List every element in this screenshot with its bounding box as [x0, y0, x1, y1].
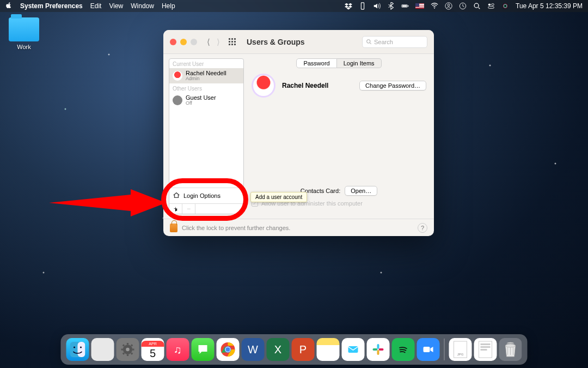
dock-launchpad[interactable] [91, 338, 114, 361]
dock-notes[interactable] [317, 338, 340, 361]
folder-icon [9, 17, 39, 41]
menu-edit[interactable]: Edit [90, 2, 102, 10]
zoom-button[interactable] [191, 39, 197, 45]
traffic-lights [170, 39, 197, 45]
svg-point-27 [226, 347, 230, 352]
dock-spotify[interactable] [392, 338, 415, 361]
dock-word[interactable]: W [242, 338, 265, 361]
dock-messages[interactable] [192, 338, 215, 361]
window-titlebar[interactable]: ⟨ ⟩ Users & Groups Search [163, 30, 434, 54]
annotation-arrow [49, 189, 169, 224]
user-icon[interactable] [445, 2, 452, 10]
svg-rect-11 [488, 7, 494, 9]
svg-point-20 [80, 347, 82, 348]
forward-button: ⟩ [217, 37, 220, 47]
app-name[interactable]: System Preferences [20, 2, 83, 10]
svg-point-4 [434, 8, 435, 9]
svg-rect-10 [492, 4, 494, 6]
sidebar-current-user[interactable]: Rachel NeedellAdmin [169, 68, 243, 83]
spotlight-icon[interactable] [473, 2, 481, 10]
siri-icon[interactable] [501, 2, 509, 10]
control-center-icon[interactable] [487, 2, 495, 10]
users-groups-window: ⟨ ⟩ Users & Groups Search Current User R… [163, 30, 434, 236]
sidebar-current-header: Current User [169, 59, 243, 68]
clock-icon[interactable] [459, 2, 467, 10]
dock-recent-doc1[interactable]: JPG [449, 338, 472, 361]
user-role: Admin [186, 76, 226, 82]
tab-login-items[interactable]: Login Items [337, 58, 382, 68]
username-label: Rachel Needell [282, 82, 328, 89]
dock-mail[interactable] [342, 338, 365, 361]
svg-point-41 [506, 344, 516, 347]
dock-slack[interactable] [367, 338, 390, 361]
back-button[interactable]: ⟨ [207, 37, 210, 47]
svg-rect-40 [481, 349, 487, 351]
tooltip-add-user: Add a user account [250, 192, 307, 202]
nav-arrows: ⟨ ⟩ [207, 37, 220, 47]
svg-point-15 [367, 40, 370, 43]
dock-excel[interactable]: X [267, 338, 290, 361]
user-role: Off [186, 101, 216, 106]
menubar-clock[interactable]: Tue Apr 5 12:35:39 PM [516, 2, 583, 10]
sidebar-guest-user[interactable]: Guest UserOff [169, 93, 243, 108]
menu-window[interactable]: Window [131, 2, 154, 10]
dock-calendar[interactable]: APR5 [142, 338, 164, 361]
change-password-button[interactable]: Change Password… [359, 81, 426, 91]
add-user-button[interactable]: + [169, 204, 182, 214]
help-button[interactable]: ? [418, 223, 427, 233]
apple-menu-icon[interactable] [5, 2, 13, 10]
search-placeholder: Search [374, 39, 393, 45]
avatar-icon [173, 95, 182, 105]
battery-icon[interactable] [401, 2, 409, 10]
device-icon[interactable] [359, 2, 366, 10]
add-remove-row: + − [169, 203, 243, 214]
dock-recent-doc2[interactable] [474, 338, 497, 361]
open-contacts-button[interactable]: Open… [345, 186, 377, 196]
wifi-icon[interactable] [431, 2, 438, 10]
user-avatar[interactable] [252, 74, 275, 98]
svg-rect-34 [424, 347, 430, 352]
svg-rect-3 [408, 5, 408, 7]
svg-rect-9 [488, 4, 491, 6]
tabs: Password Login Items [252, 58, 426, 68]
dock-zoom[interactable] [417, 338, 440, 361]
dock-chrome[interactable] [217, 338, 240, 361]
tab-password[interactable]: Password [296, 58, 336, 68]
svg-rect-18 [78, 342, 85, 357]
login-options-label: Login Options [183, 192, 220, 199]
minimize-button[interactable] [180, 39, 187, 45]
main-panel: Password Login Items Rachel Needell Chan… [244, 54, 434, 219]
volume-icon[interactable] [373, 2, 381, 10]
show-all-prefs-icon[interactable] [229, 38, 236, 45]
dock-finder[interactable] [66, 338, 89, 361]
svg-point-19 [74, 347, 75, 348]
search-field[interactable]: Search [362, 36, 427, 48]
lock-icon[interactable] [170, 224, 177, 232]
dock-music[interactable]: ♫ [167, 338, 189, 361]
flag-icon[interactable] [415, 3, 424, 9]
svg-marker-16 [49, 189, 166, 216]
login-options-row[interactable]: Login Options [169, 188, 243, 203]
close-button[interactable] [170, 39, 176, 45]
dock-trash[interactable] [499, 338, 522, 361]
menu-view[interactable]: View [109, 2, 123, 10]
menu-help[interactable]: Help [162, 2, 175, 10]
desktop-folder-work[interactable]: Work [4, 17, 44, 50]
home-icon [173, 191, 180, 200]
dock-powerpoint[interactable]: P [292, 338, 315, 361]
dock-separator [444, 339, 445, 360]
bluetooth-icon[interactable] [387, 2, 395, 10]
svg-rect-30 [373, 348, 378, 351]
svg-rect-28 [348, 346, 358, 353]
dock-system-preferences[interactable] [117, 338, 139, 361]
svg-point-22 [126, 348, 130, 352]
dropbox-icon[interactable] [345, 2, 352, 10]
dock: APR5 ♫ W X P JPG [61, 334, 528, 365]
svg-text:JPG: JPG [457, 353, 464, 356]
menubar: System Preferences Edit View Window Help… [0, 0, 588, 12]
svg-rect-31 [377, 350, 379, 355]
remove-user-button: − [182, 204, 195, 214]
lock-message: Click the lock to prevent further change… [182, 225, 290, 231]
folder-label: Work [4, 44, 44, 50]
window-title: Users & Groups [247, 38, 305, 46]
